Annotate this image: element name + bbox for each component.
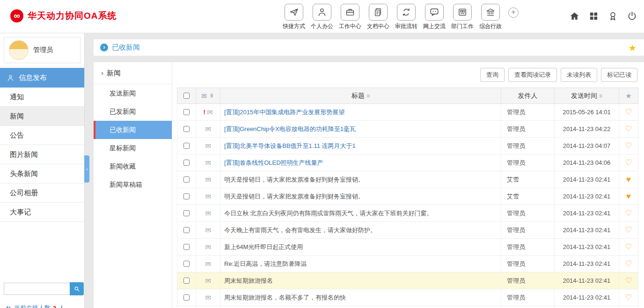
envelope-icon — [205, 125, 211, 132]
sidebar-collapse-handle[interactable] — [84, 155, 89, 183]
row-checkbox[interactable] — [183, 227, 190, 233]
row-checkbox[interactable] — [183, 278, 190, 284]
nav-item-5[interactable]: 网上交流 — [420, 4, 448, 30]
submenu-item-3[interactable]: 星标新闻 — [94, 139, 172, 157]
favorite-heart-icon[interactable]: ♡ — [625, 226, 632, 234]
select-all-checkbox[interactable] — [183, 93, 190, 99]
news-title[interactable]: 今天晚上有雷雨天气，会有雷电发生，请大家做好防护。 — [224, 226, 376, 235]
sidebar-item-2[interactable]: 公告 — [0, 126, 84, 145]
row-checkbox[interactable] — [183, 210, 190, 216]
favorite-heart-icon[interactable]: ♡ — [625, 277, 632, 285]
row-checkbox[interactable] — [183, 176, 190, 183]
favorite-heart-icon[interactable]: ♡ — [625, 108, 632, 116]
news-title[interactable]: 今日立秋 北京白天到夜间仍有阵雨或雷阵雨天气，请大家在下班前关好门窗。 — [224, 209, 433, 218]
favorite-heart-icon[interactable]: ♡ — [625, 260, 632, 268]
online-users-count: 2 — [53, 305, 56, 308]
table-row[interactable]: 周末短期旅游报名，名额不多了，有报名的快管理员2014-11-23 02:41♡ — [177, 289, 638, 306]
user-avatar — [9, 40, 29, 60]
nav-item-0[interactable]: 快捷方式 — [280, 4, 308, 30]
sidebar-item-6[interactable]: 大事记 — [0, 203, 84, 222]
apps-grid-icon[interactable] — [588, 11, 599, 22]
sidebar-item-1[interactable]: 新闻 — [0, 107, 84, 126]
user-card[interactable]: 管理员 — [4, 37, 80, 63]
search-button[interactable] — [70, 282, 84, 295]
table-row[interactable]: [置顶]GreenChip令X电容放电器的功耗降至1毫瓦管理员2014-11-2… — [177, 121, 638, 138]
row-icon-cell — [196, 138, 220, 154]
row-checkbox[interactable] — [183, 143, 190, 149]
news-title-link[interactable]: [置顶]2015年中国集成电路产业发展形势展望 — [224, 108, 344, 117]
table-row[interactable]: 明天是报销日，请大家把发票准备好到财务室报销。艾雪2014-11-23 02:4… — [177, 188, 638, 205]
send-time: 2014-11-23 02:41 — [555, 205, 619, 221]
time-sort-icon[interactable] — [599, 93, 602, 99]
news-title[interactable]: Re:近日高温，请注意防暑降温 — [224, 260, 307, 268]
favorite-heart-icon[interactable]: ♡ — [625, 209, 632, 217]
news-title[interactable]: 周末短期旅游报名 — [224, 277, 273, 285]
table-row[interactable]: Re:近日高温，请注意防暑降温管理员2014-11-23 02:41♡ — [177, 256, 638, 272]
row-checkbox[interactable] — [183, 193, 190, 199]
sender: 管理员 — [501, 104, 555, 120]
favorite-heart-icon[interactable]: ♡ — [625, 293, 632, 301]
submenu-item-4[interactable]: 新闻收藏 — [94, 157, 172, 176]
table-row[interactable]: 周末短期旅游报名管理员2014-11-23 02:41♡ — [177, 306, 638, 308]
sidebar-item-3[interactable]: 图片新闻 — [0, 145, 84, 164]
table-row[interactable]: [置顶]首条线性OLED照明生产线量产管理员2014-11-23 04:06♡ — [177, 154, 638, 171]
table-row[interactable]: 周末短期旅游报名管理员2014-11-23 02:41♡ — [177, 272, 638, 289]
toolbar-button-0[interactable]: 查询 — [480, 68, 505, 82]
table-row[interactable]: 今天晚上有雷雨天气，会有雷电发生，请大家做好防护。管理员2014-11-23 0… — [177, 222, 638, 239]
sidebar-section-info-publish[interactable]: 信息发布 — [0, 68, 84, 88]
row-checkbox[interactable] — [183, 244, 190, 250]
news-title[interactable]: 明天是报销日，请大家把发票准备好到财务室报销。 — [224, 176, 364, 184]
row-checkbox[interactable] — [183, 109, 190, 115]
send-time: 2014-11-23 02:41 — [555, 256, 619, 272]
ribbon-icon[interactable] — [607, 11, 618, 22]
favorite-page-star-icon[interactable] — [629, 43, 637, 53]
nav-item-7[interactable]: 综合行政 — [476, 4, 505, 30]
add-module-button[interactable] — [508, 7, 519, 18]
row-checkbox[interactable] — [183, 160, 190, 166]
nav-item-2[interactable]: 工作中心 — [336, 4, 364, 30]
news-title-link[interactable]: [置顶]北美半导体设备BB值升至1.11 连两月大于1 — [224, 142, 356, 150]
row-checkbox[interactable] — [183, 126, 190, 132]
row-checkbox-cell — [177, 121, 196, 137]
favorite-heart-icon[interactable]: ♡ — [625, 159, 632, 167]
favorite-heart-icon[interactable]: ♥ — [626, 176, 631, 183]
news-title[interactable]: 明天是报销日，请大家把发票准备好到财务室报销。 — [224, 192, 364, 201]
table-row[interactable]: 明天是报销日，请大家把发票准备好到财务室报销。艾雪2014-11-23 02:4… — [177, 171, 638, 188]
submenu-item-1[interactable]: 已发新闻 — [94, 103, 172, 121]
favorite-heart-icon[interactable]: ♡ — [625, 125, 632, 133]
power-icon[interactable] — [627, 11, 637, 22]
nav-item-3[interactable]: 文档中心 — [364, 4, 392, 30]
submenu-item-2[interactable]: 已收新闻 — [94, 121, 172, 139]
home-icon[interactable] — [569, 11, 580, 22]
news-title-link[interactable]: [置顶]GreenChip令X电容放电器的功耗降至1毫瓦 — [224, 125, 356, 133]
sidebar-item-0[interactable]: 通知 — [0, 88, 84, 107]
title-sort-icon[interactable] — [366, 93, 370, 99]
favorite-heart-icon[interactable]: ♥ — [626, 192, 631, 200]
nav-item-4[interactable]: 审批流转 — [392, 4, 420, 30]
online-users-suffix: 人 — [59, 304, 65, 308]
table-row[interactable]: [置顶]北美半导体设备BB值升至1.11 连两月大于1管理员2014-11-23… — [177, 138, 638, 154]
submenu-item-5[interactable]: 新闻草稿箱 — [94, 176, 172, 194]
toolbar-button-1[interactable]: 查看阅读记录 — [508, 68, 557, 82]
submenu-item-0[interactable]: 发送新闻 — [94, 84, 172, 103]
news-title[interactable]: 新上64M光纤即日起正式使用 — [224, 243, 303, 251]
nav-item-1[interactable]: 个人办公 — [308, 4, 336, 30]
favorite-heart-icon[interactable]: ♡ — [625, 243, 632, 251]
row-checkbox[interactable] — [183, 261, 190, 267]
nav-item-6[interactable]: 部门工作 — [448, 4, 476, 30]
news-title-link[interactable]: [置顶]首条线性OLED照明生产线量产 — [224, 159, 323, 167]
toolbar-button-3[interactable]: 标记已读 — [601, 68, 637, 82]
table-row[interactable]: 新上64M光纤即日起正式使用管理员2014-11-23 02:41♡ — [177, 239, 638, 256]
sidebar-item-5[interactable]: 公司相册 — [0, 183, 84, 203]
table-row[interactable]: 今日立秋 北京白天到夜间仍有阵雨或雷阵雨天气，请大家在下班前关好门窗。管理员20… — [177, 205, 638, 222]
table-row[interactable]: ![置顶]2015年中国集成电路产业发展形势展望管理员2015-05-26 14… — [177, 104, 638, 121]
row-checkbox[interactable] — [183, 294, 190, 301]
search-input[interactable] — [4, 283, 70, 295]
news-title[interactable]: 周末短期旅游报名，名额不多了，有报名的快 — [224, 293, 346, 302]
nav-item-label: 审批流转 — [395, 22, 417, 30]
toolbar-button-2[interactable]: 未读列表 — [561, 68, 597, 82]
bank-icon — [481, 4, 500, 21]
sidebar-item-4[interactable]: 头条新闻 — [0, 164, 84, 183]
favorite-heart-icon[interactable]: ♡ — [625, 142, 632, 150]
app-logo[interactable]: 华天动力协同OA系统 — [10, 9, 117, 22]
